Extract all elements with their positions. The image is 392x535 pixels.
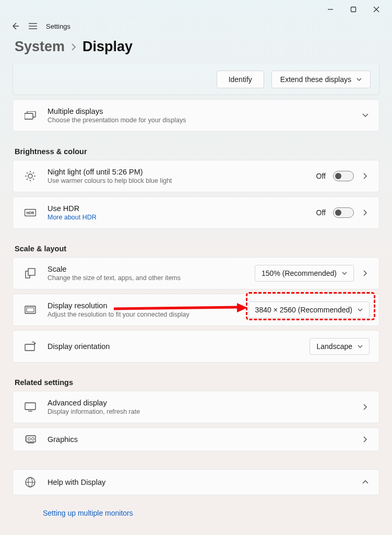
orientation-row[interactable]: Display orientation Landscape xyxy=(13,330,379,363)
svg-text:HDR: HDR xyxy=(26,211,34,215)
scale-icon xyxy=(22,268,38,278)
resolution-value: 3840 × 2560 (Recommended) xyxy=(255,306,352,314)
hdr-toggle[interactable] xyxy=(333,207,354,218)
help-link-multiple-monitors[interactable]: Setting up multiple monitors xyxy=(13,495,379,521)
menu-button[interactable] xyxy=(28,21,38,31)
chevron-down-icon xyxy=(358,345,363,348)
multiple-displays-sub: Choose the presentation mode for your di… xyxy=(47,117,352,124)
globe-icon xyxy=(22,477,38,487)
chevron-down-icon xyxy=(342,272,347,275)
night-light-sub: Use warmer colours to help block blue li… xyxy=(47,177,307,184)
night-light-toggle[interactable] xyxy=(333,171,354,181)
svg-line-18 xyxy=(27,179,28,180)
display-arrangement-panel: Identify Extend these displays xyxy=(13,64,379,95)
svg-line-16 xyxy=(33,179,34,180)
expand-chevron[interactable] xyxy=(361,113,370,118)
identify-button[interactable]: Identify xyxy=(217,71,264,88)
night-light-state: Off xyxy=(316,172,326,180)
svg-point-33 xyxy=(32,438,34,440)
scale-select[interactable]: 150% (Recommended) xyxy=(255,265,354,282)
minimize-button[interactable] xyxy=(319,2,342,17)
menu-icon xyxy=(29,23,37,29)
hdr-link[interactable]: More about HDR xyxy=(47,214,307,221)
advanced-sub: Display information, refresh rate xyxy=(47,408,352,415)
back-button[interactable] xyxy=(10,21,20,31)
orientation-value: Landscape xyxy=(316,342,352,351)
svg-rect-22 xyxy=(28,269,35,275)
page-title: Display xyxy=(82,39,133,55)
svg-line-17 xyxy=(33,172,34,173)
multiple-displays-icon xyxy=(22,111,38,120)
chevron-right-icon[interactable] xyxy=(361,436,370,443)
maximize-button[interactable] xyxy=(342,2,365,17)
close-icon xyxy=(373,6,379,13)
collapse-chevron[interactable] xyxy=(361,480,370,484)
titlebar xyxy=(0,0,392,19)
chevron-down-icon xyxy=(358,308,363,311)
monitor-icon xyxy=(22,402,38,412)
svg-rect-26 xyxy=(25,403,35,410)
night-light-row[interactable]: Night light (off until 5:26 PM) Use warm… xyxy=(13,160,379,192)
resolution-row[interactable]: Display resolution Adjust the resolution… xyxy=(13,294,379,326)
scale-title: Scale xyxy=(47,265,245,273)
resolution-sub: Adjust the resolution to fit your connec… xyxy=(47,311,239,318)
chevron-right-icon[interactable] xyxy=(361,173,370,179)
navbar: Settings xyxy=(0,19,392,33)
resolution-icon xyxy=(22,306,38,314)
chevron-right-icon[interactable] xyxy=(361,270,370,276)
advanced-display-row[interactable]: Advanced display Display information, re… xyxy=(13,391,379,423)
svg-line-15 xyxy=(27,172,28,173)
graphics-icon xyxy=(22,435,38,444)
advanced-title: Advanced display xyxy=(47,399,352,407)
hdr-row[interactable]: HDR Use HDR More about HDR Off xyxy=(13,196,379,229)
close-button[interactable] xyxy=(365,2,388,17)
graphics-row[interactable]: Graphics xyxy=(13,427,379,451)
content-scroll[interactable]: Identify Extend these displays Multiple … xyxy=(0,64,392,531)
scale-sub: Change the size of text, apps, and other… xyxy=(47,274,245,282)
settings-window: Settings System Display Identify Extend … xyxy=(0,0,392,535)
chevron-right-icon[interactable] xyxy=(361,404,370,410)
orientation-title: Display orientation xyxy=(47,342,300,351)
back-arrow-icon xyxy=(11,22,19,30)
resolution-title: Display resolution xyxy=(47,301,239,310)
orientation-icon xyxy=(22,342,38,351)
svg-rect-9 xyxy=(25,113,33,119)
chevron-right-icon[interactable] xyxy=(361,210,370,216)
section-brightness: Brightness & colour xyxy=(15,147,379,156)
extend-dropdown-label: Extend these displays xyxy=(280,75,351,84)
breadcrumb-parent[interactable]: System xyxy=(15,39,65,55)
hdr-title: Use HDR xyxy=(47,204,307,213)
extend-dropdown[interactable]: Extend these displays xyxy=(271,71,371,88)
scale-value: 150% (Recommended) xyxy=(262,269,337,277)
multiple-displays-title: Multiple displays xyxy=(47,107,352,115)
section-scale: Scale & layout xyxy=(15,245,379,253)
app-label: Settings xyxy=(46,22,70,30)
svg-point-32 xyxy=(28,438,31,440)
chevron-down-icon xyxy=(357,78,362,81)
help-title: Help with Display xyxy=(47,478,352,486)
section-related: Related settings xyxy=(15,378,379,387)
help-row[interactable]: Help with Display xyxy=(13,469,379,495)
resolution-select[interactable]: 3840 × 2560 (Recommended) xyxy=(248,301,370,318)
chevron-right-icon xyxy=(71,43,76,51)
maximize-icon xyxy=(350,6,357,13)
svg-rect-1 xyxy=(351,7,356,12)
night-light-title: Night light (off until 5:26 PM) xyxy=(47,168,307,176)
breadcrumb: System Display xyxy=(0,33,392,64)
hdr-icon: HDR xyxy=(22,209,38,216)
orientation-select[interactable]: Landscape xyxy=(310,338,370,355)
svg-point-10 xyxy=(28,174,32,178)
svg-rect-25 xyxy=(25,344,34,351)
scale-row[interactable]: Scale Change the size of text, apps, and… xyxy=(13,257,379,289)
minimize-icon xyxy=(327,6,334,13)
svg-rect-24 xyxy=(27,308,34,312)
night-light-icon xyxy=(22,171,38,181)
multiple-displays-row[interactable]: Multiple displays Choose the presentatio… xyxy=(13,99,379,132)
hdr-state: Off xyxy=(316,208,326,217)
graphics-title: Graphics xyxy=(47,435,352,444)
